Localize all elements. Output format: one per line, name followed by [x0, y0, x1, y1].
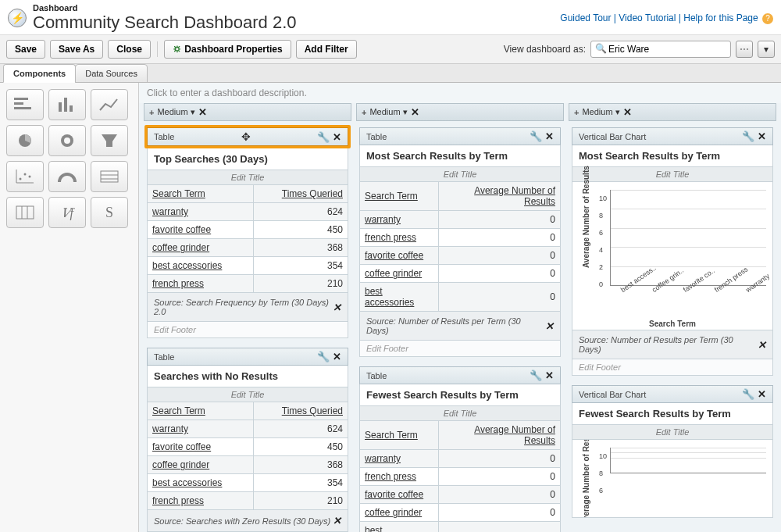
col-header[interactable]: Search Term — [360, 421, 439, 450]
close-icon[interactable]: ✕ — [545, 130, 554, 142]
close-icon[interactable]: ✕ — [333, 131, 341, 143]
help-icon[interactable]: ? — [762, 13, 773, 24]
column-size-dropdown[interactable]: Medium ▾ — [582, 107, 619, 117]
wrench-icon[interactable]: 🔧 — [530, 130, 542, 142]
table-row: best accessories354 — [148, 257, 348, 275]
table-row: coffee grinder368 — [148, 456, 348, 474]
edit-title-placeholder[interactable]: Edit Title — [572, 167, 773, 182]
wrench-icon[interactable]: 🔧 — [317, 351, 330, 362]
view-as-label: View dashboard as: — [504, 44, 586, 55]
edit-title-placeholder[interactable]: Edit Title — [147, 387, 348, 402]
svg-point-12 — [20, 178, 22, 180]
palette-metric-icon[interactable] — [91, 161, 128, 192]
edit-footer-placeholder[interactable]: Edit Footer — [147, 322, 348, 338]
view-as-user-input[interactable] — [590, 41, 731, 58]
palette-s-icon[interactable]: S — [91, 197, 128, 228]
widget-bar[interactable]: Vertical Bar Chart 🔧 ✕ — [572, 385, 773, 403]
widget-most-chart[interactable]: Vertical Bar Chart 🔧 ✕ Most Search Resul… — [572, 127, 773, 376]
remove-source-icon[interactable]: ✕ — [333, 515, 341, 527]
help-link[interactable]: Help for this Page — [683, 12, 758, 23]
add-column-icon[interactable]: + — [149, 108, 154, 117]
palette-hbar-icon[interactable] — [6, 89, 44, 120]
widget-fewest-chart[interactable]: Vertical Bar Chart 🔧 ✕ Fewest Search Res… — [572, 385, 773, 518]
add-column-icon[interactable]: + — [574, 108, 579, 117]
palette-scatter-icon[interactable] — [6, 161, 44, 192]
widget-bar[interactable]: Table 🔧 ✕ — [359, 366, 561, 384]
col-header[interactable]: Search Term — [360, 182, 439, 211]
user-dropdown-button[interactable]: ▾ — [758, 41, 775, 58]
palette-line-icon[interactable] — [91, 89, 128, 120]
add-column-icon[interactable]: + — [362, 108, 366, 117]
wrench-icon[interactable]: 🔧 — [317, 131, 330, 143]
save-as-button[interactable]: Save As — [50, 40, 103, 59]
properties-icon: ⛭ — [173, 44, 182, 55]
y-axis-label: Average Number of Results — [582, 440, 590, 518]
tab-data-sources[interactable]: Data Sources — [75, 64, 148, 83]
widget-bar[interactable]: Table ✥ 🔧 ✕ — [147, 127, 348, 146]
page-header: ⚡ Dashboard Community Search Dashboard 2… — [0, 0, 781, 35]
close-icon[interactable]: ✕ — [333, 351, 341, 362]
remove-column-icon[interactable]: ✕ — [198, 106, 207, 118]
save-button[interactable]: Save — [6, 40, 45, 59]
widget-no-results[interactable]: Table 🔧 ✕ Searches with No Results Edit … — [147, 348, 348, 532]
table-row: coffee grinder0 — [360, 504, 561, 522]
wrench-icon[interactable]: 🔧 — [742, 130, 754, 142]
table-row: favorite coffee0 — [360, 247, 561, 265]
close-icon[interactable]: ✕ — [545, 370, 554, 381]
svg-marker-9 — [102, 134, 117, 147]
remove-source-icon[interactable]: ✕ — [545, 320, 554, 332]
close-button[interactable]: Close — [108, 40, 151, 59]
data-table: Search TermTimes Queried warranty624 fav… — [147, 402, 348, 510]
widget-bar[interactable]: Vertical Bar Chart 🔧 ✕ — [572, 127, 773, 145]
bar-chart: Average Number of Results 10 8 6 4 2 0 — [572, 182, 773, 330]
wrench-icon[interactable]: 🔧 — [742, 388, 754, 400]
edit-footer-placeholder[interactable]: Edit Footer — [572, 359, 773, 376]
close-icon[interactable]: ✕ — [758, 388, 766, 400]
palette-vbar-icon[interactable] — [48, 89, 86, 120]
palette-donut-icon[interactable] — [48, 125, 86, 156]
remove-source-icon[interactable]: ✕ — [758, 339, 766, 351]
palette-gauge-icon[interactable] — [48, 161, 86, 192]
col-header[interactable]: Average Number of Results — [439, 421, 561, 450]
col-header[interactable]: Times Queried — [253, 185, 348, 203]
palette-funnel-icon[interactable] — [91, 125, 128, 156]
column-size-dropdown[interactable]: Medium ▾ — [157, 107, 194, 117]
move-icon[interactable]: ✥ — [241, 130, 251, 143]
component-palette: 𝑉f S — [0, 83, 139, 532]
x-axis-label: Search Term — [572, 320, 772, 328]
remove-column-icon[interactable]: ✕ — [623, 106, 632, 118]
page-title: Community Search Dashboard 2.0 — [33, 12, 297, 33]
svg-rect-0 — [14, 98, 28, 100]
palette-vf-icon[interactable]: 𝑉f — [48, 197, 86, 228]
tab-components[interactable]: Components — [3, 64, 76, 83]
widget-bar[interactable]: Table 🔧 ✕ — [359, 127, 561, 145]
dashboard-properties-button[interactable]: ⛭ Dashboard Properties — [164, 40, 291, 59]
remove-source-icon[interactable]: ✕ — [333, 302, 341, 313]
edit-title-placeholder[interactable]: Edit Title — [147, 170, 348, 185]
add-filter-button[interactable]: Add Filter — [296, 40, 357, 59]
widget-top-searches[interactable]: Table ✥ 🔧 ✕ Top Searches (30 Days) Edit … — [147, 125, 348, 338]
palette-table-icon[interactable] — [6, 197, 44, 228]
dashboard-description[interactable]: Click to enter a dashboard description. — [139, 83, 781, 103]
widget-bar[interactable]: Table 🔧 ✕ — [147, 348, 348, 366]
table-row: warranty0 — [360, 450, 561, 468]
column-size-dropdown[interactable]: Medium ▾ — [369, 107, 407, 117]
palette-pie-icon[interactable] — [6, 125, 44, 156]
close-icon[interactable]: ✕ — [758, 130, 766, 142]
col-header[interactable]: Search Term — [148, 185, 254, 203]
col-header[interactable]: Search Term — [148, 402, 254, 420]
edit-footer-placeholder[interactable]: Edit Footer — [359, 341, 561, 357]
user-picker-button[interactable]: ⋯ — [736, 41, 753, 58]
edit-title-placeholder[interactable]: Edit Title — [572, 425, 773, 440]
wrench-icon[interactable]: 🔧 — [530, 370, 542, 381]
edit-title-placeholder[interactable]: Edit Title — [359, 167, 561, 182]
guided-tour-link[interactable]: Guided Tour — [560, 12, 611, 23]
video-tutorial-link[interactable]: Video Tutorial — [619, 12, 676, 23]
widget-fewest-results[interactable]: Table 🔧 ✕ Fewest Search Results by Term … — [359, 366, 561, 532]
remove-column-icon[interactable]: ✕ — [411, 106, 419, 118]
widget-most-results[interactable]: Table 🔧 ✕ Most Search Results by Term Ed… — [359, 127, 561, 357]
col-header[interactable]: Average Number of Results — [439, 182, 561, 211]
svg-rect-18 — [16, 206, 34, 219]
edit-title-placeholder[interactable]: Edit Title — [359, 406, 561, 421]
col-header[interactable]: Times Queried — [253, 402, 348, 420]
